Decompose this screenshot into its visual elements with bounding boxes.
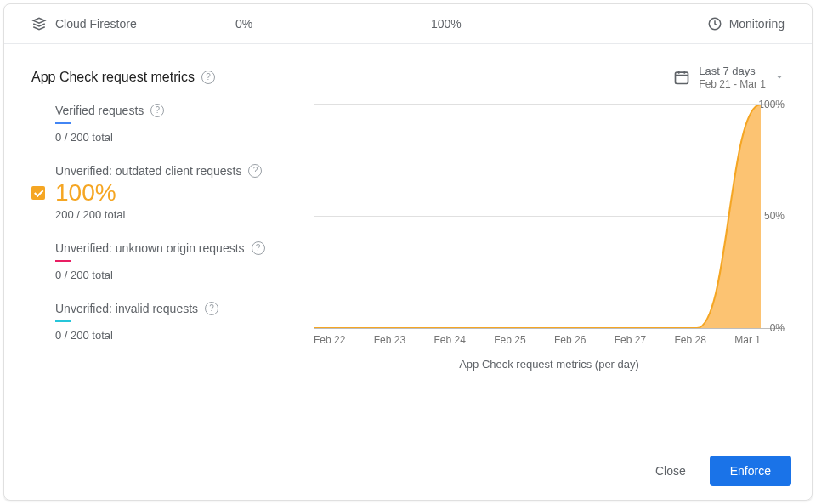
legend-invalid-sub: 0 / 200 total xyxy=(55,329,303,342)
chevron-down-icon xyxy=(774,72,785,82)
monitoring-header-item[interactable]: Monitoring xyxy=(707,16,785,31)
legend-outdated-label: Unverified: outdated client requests xyxy=(55,164,241,178)
legend-invalid[interactable]: Unverified: invalid requests ? 0 / 200 t… xyxy=(55,302,303,342)
header-pct-left: 0% xyxy=(235,17,431,31)
legend-outdated[interactable]: Unverified: outdated client requests ? 1… xyxy=(55,164,303,221)
legend-outdated-checkbox[interactable] xyxy=(31,186,45,200)
content-area: Verified requests ? 0 / 200 total Unveri… xyxy=(4,97,812,500)
clock-icon xyxy=(707,16,722,31)
help-icon[interactable]: ? xyxy=(205,302,218,315)
legend-invalid-label: Unverified: invalid requests xyxy=(55,302,198,315)
firestore-label: Cloud Firestore xyxy=(55,17,137,31)
chart-area: 100% 50% 0% Feb 22 Feb 23 Feb 24 Feb 25 … xyxy=(303,104,785,500)
xtick: Feb 23 xyxy=(374,334,405,346)
legend-unknown-sub: 0 / 200 total xyxy=(55,269,303,281)
legend-verified-label: Verified requests xyxy=(55,104,144,117)
legend-outdated-sub: 200 / 200 total xyxy=(55,208,303,221)
ytick-50: 50% xyxy=(764,210,785,222)
calendar-icon xyxy=(673,69,690,86)
legend-panel: Verified requests ? 0 / 200 total Unveri… xyxy=(31,104,303,500)
dialog-actions: Close Enforce xyxy=(645,456,791,486)
card-header: Cloud Firestore 0% 100% Monitoring xyxy=(4,4,812,44)
monitoring-label: Monitoring xyxy=(729,17,785,31)
firestore-icon xyxy=(31,16,47,31)
xtick: Mar 1 xyxy=(734,334,761,346)
legend-verified-swatch xyxy=(55,122,71,124)
title-row: App Check request metrics ? Last 7 days … xyxy=(4,44,812,97)
firestore-header-item[interactable]: Cloud Firestore xyxy=(31,16,235,31)
app-check-card: Cloud Firestore 0% 100% Monitoring App C… xyxy=(3,3,813,501)
date-range-value: Feb 21 - Mar 1 xyxy=(699,78,766,90)
chart: 100% 50% 0% xyxy=(314,104,785,329)
xticks: Feb 22 Feb 23 Feb 24 Feb 25 Feb 26 Feb 2… xyxy=(314,334,785,346)
xtick: Feb 25 xyxy=(494,334,525,346)
xtick: Feb 22 xyxy=(314,334,345,346)
close-button[interactable]: Close xyxy=(645,456,696,486)
ytick-0: 0% xyxy=(770,322,785,334)
help-icon[interactable]: ? xyxy=(252,241,265,255)
legend-outdated-value: 100% xyxy=(55,179,303,207)
chart-caption: App Check request metrics (per day) xyxy=(314,358,785,371)
xtick: Feb 28 xyxy=(675,334,706,346)
legend-verified[interactable]: Verified requests ? 0 / 200 total xyxy=(55,104,303,144)
header-pct-right: 100% xyxy=(431,17,707,31)
legend-unknown-label: Unverified: unknown origin requests xyxy=(55,241,245,255)
date-range-label: Last 7 days xyxy=(699,65,766,78)
help-icon[interactable]: ? xyxy=(150,104,164,117)
chart-series-outdated xyxy=(314,105,761,328)
svg-rect-1 xyxy=(676,72,688,83)
date-range-picker[interactable]: Last 7 days Feb 21 - Mar 1 xyxy=(673,65,785,90)
legend-verified-sub: 0 / 200 total xyxy=(55,131,303,144)
legend-invalid-swatch xyxy=(55,320,71,322)
xtick: Feb 27 xyxy=(615,334,646,346)
xtick: Feb 26 xyxy=(554,334,586,346)
panel-title-text: App Check request metrics xyxy=(31,70,195,85)
help-icon[interactable]: ? xyxy=(248,164,262,178)
enforce-button[interactable]: Enforce xyxy=(710,456,791,486)
legend-unknown[interactable]: Unverified: unknown origin requests ? 0 … xyxy=(55,241,303,281)
xtick: Feb 24 xyxy=(434,334,466,346)
ytick-100: 100% xyxy=(758,99,785,110)
help-icon[interactable]: ? xyxy=(201,71,215,84)
panel-title: App Check request metrics ? xyxy=(31,70,215,85)
legend-unknown-swatch xyxy=(55,260,71,262)
